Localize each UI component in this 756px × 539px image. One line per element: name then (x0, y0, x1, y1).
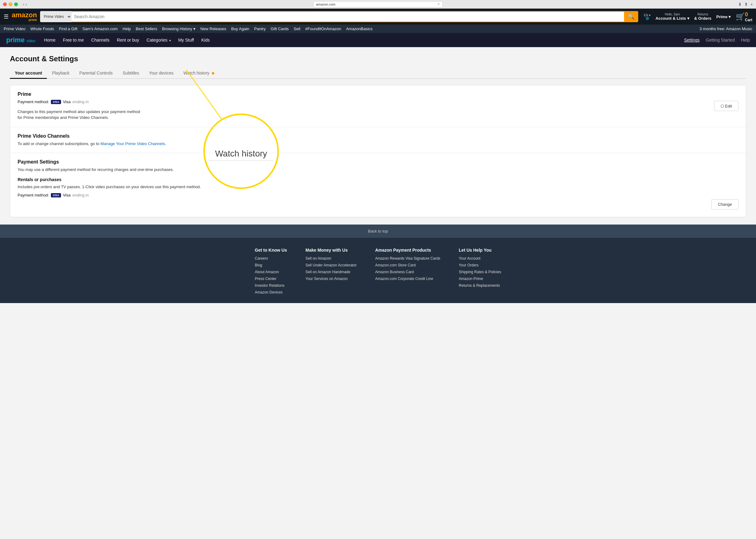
prime-payment-label: Payment method: (18, 100, 49, 104)
prime-payment-method: Payment method: VISA Visa ending in (18, 99, 738, 105)
main-content: Account & Settings Your account Playback… (0, 47, 756, 225)
pv-nav-mystuff[interactable]: My Stuff (178, 38, 194, 42)
pv-help-link[interactable]: Help (741, 38, 750, 42)
search-category-select[interactable]: Prime Video All (40, 11, 71, 22)
subnav-sell[interactable]: Sell (294, 26, 300, 32)
amazon-prime-link[interactable]: Amazon Prime (459, 276, 501, 281)
search-bar[interactable]: Prime Video All 🔍 (40, 11, 638, 22)
amazon-devices-link[interactable]: Amazon Devices (255, 290, 287, 294)
subnav-new-releases[interactable]: New Releases (200, 26, 226, 32)
pv-settings-link[interactable]: Settings (684, 38, 700, 42)
search-button[interactable]: 🔍 (624, 11, 638, 22)
account-greeting: Hello, Sam (655, 13, 690, 16)
tab-parental-controls[interactable]: Parental Controls (74, 68, 118, 78)
mac-maximize-button[interactable] (14, 2, 18, 6)
subnav-basics[interactable]: AmazonBasics (346, 26, 372, 32)
subnav-gift-cards[interactable]: Gift Cards (271, 26, 289, 32)
mac-nav-buttons[interactable]: ‹ › (23, 2, 27, 7)
amazon-subnav: Prime Video Whole Foods Find a Gift Sam'… (0, 25, 756, 33)
prime-label: Prime ▾ (716, 15, 731, 19)
blog-link[interactable]: Blog (255, 263, 287, 268)
language-selector[interactable]: EN ▾ 🌐 (644, 14, 651, 20)
rewards-visa-link[interactable]: Amazon Rewards Visa Signature Cards (375, 256, 440, 261)
reload-icon[interactable]: ↻ (437, 2, 440, 6)
pv-nav-channels[interactable]: Channels (91, 38, 110, 42)
prime-menu[interactable]: Prime ▾ (716, 15, 731, 19)
about-amazon-link[interactable]: About Amazon (255, 270, 287, 274)
store-card-link[interactable]: Amazon.com Store Card (375, 263, 440, 268)
tab-your-account[interactable]: Your account (10, 68, 47, 79)
search-input[interactable] (71, 11, 624, 22)
account-menu[interactable]: Hello, Sam Account & Lists ▾ (655, 13, 690, 21)
returns-label: Returns (694, 13, 711, 16)
address-bar[interactable]: amazon.com ↻ (313, 1, 443, 7)
tab-playback[interactable]: Playback (47, 68, 74, 78)
subnav-help[interactable]: Help (123, 26, 131, 32)
mac-minimize-button[interactable] (9, 2, 12, 6)
back-to-top[interactable]: Back to top (0, 225, 756, 238)
subnav-browsing-history[interactable]: Browsing History ▾ (162, 26, 195, 32)
tab-watch-history[interactable]: Watch history (178, 68, 219, 78)
footer-col-payment: Amazon Payment Products Amazon Rewards V… (375, 248, 440, 297)
corporate-credit-link[interactable]: Amazon.com Corporate Credit Line (375, 276, 440, 281)
subnav-find-gift[interactable]: Find a Gift (59, 26, 77, 32)
pv-nav-kids[interactable]: Kids (201, 38, 210, 42)
edit-button[interactable]: ⬡ Edit (714, 101, 738, 111)
subnav-whole-foods[interactable]: Whole Foods (31, 26, 54, 32)
download-icon[interactable]: ⬇ (738, 2, 742, 7)
cart[interactable]: 🛒 0 Cart (736, 11, 752, 22)
settings-tabs: Your account Playback Parental Controls … (10, 68, 746, 79)
sell-on-amazon-link[interactable]: Sell on Amazon (306, 256, 357, 261)
sell-under-accelerator-link[interactable]: Sell Under Amazon Accelerator (306, 263, 357, 268)
change-button[interactable]: Change (711, 199, 738, 209)
pv-getting-started-link[interactable]: Getting Started (706, 38, 735, 42)
col4-title: Let Us Help You (459, 248, 501, 253)
share-icon[interactable]: ⬆ (744, 2, 748, 7)
careers-link[interactable]: Careers (255, 256, 287, 261)
mac-titlebar: ‹ › amazon.com ↻ ⬇ ⬆ + (0, 0, 756, 9)
payment-desc: You may use a different payment method f… (18, 167, 738, 173)
business-card-link[interactable]: Amazon Business Card (375, 270, 440, 274)
edit-label: Edit (725, 104, 732, 109)
footer-col-make-money: Make Money with Us Sell on Amazon Sell U… (306, 248, 357, 297)
channels-text1: To add or change channel subscriptions, … (18, 141, 99, 146)
subnav-found-it[interactable]: #FoundItOnAmazon (305, 26, 341, 32)
returns-orders[interactable]: Returns & Orders (694, 13, 711, 21)
your-services-link[interactable]: Your Services on Amazon (306, 276, 357, 281)
back-button[interactable]: ‹ (23, 2, 24, 7)
prime-desc2: for Prime memberships and Prime Video Ch… (18, 115, 738, 121)
footer: Get to Know Us Careers Blog About Amazon… (0, 238, 756, 303)
your-orders-link[interactable]: Your Orders (459, 263, 501, 268)
your-account-link[interactable]: Your Account (459, 256, 501, 261)
hamburger-menu[interactable]: ☰ (4, 13, 9, 20)
subnav-prime-video[interactable]: Prime Video (4, 26, 26, 32)
subnav-pantry[interactable]: Pantry (254, 26, 266, 32)
subnav-buy-again[interactable]: Buy Again (231, 26, 249, 32)
pv-nav-rent[interactable]: Rent or buy (117, 38, 139, 42)
pv-nav-categories[interactable]: Categories ▾ (146, 38, 171, 42)
channels-section: Prime Video Channels To add or change ch… (10, 127, 746, 153)
returns-replacements-link[interactable]: Returns & Replacements (459, 283, 501, 288)
mac-close-button[interactable] (3, 2, 7, 6)
topnav-right: EN ▾ 🌐 Hello, Sam Account & Lists ▾ Retu… (644, 11, 752, 22)
rentals-payment-method: Payment method: VISA Visa ending in (18, 192, 738, 198)
tab-subtitles[interactable]: Subtitles (118, 68, 144, 78)
rentals-ending-text: ending in (72, 192, 89, 198)
mac-window-buttons[interactable] (3, 2, 18, 6)
shipping-rates-link[interactable]: Shipping Rates & Policies (459, 270, 501, 274)
sell-handmade-link[interactable]: Sell on Amazon Handmade (306, 270, 357, 274)
prime-desc1: Changes to this payment method also upda… (18, 109, 738, 115)
forward-button[interactable]: › (26, 2, 27, 7)
new-tab-icon[interactable]: + (750, 2, 753, 7)
pv-nav-home[interactable]: Home (44, 38, 55, 42)
pv-nav-free[interactable]: Free to me (63, 38, 84, 42)
investor-relations-link[interactable]: Investor Relations (255, 283, 287, 288)
manage-channels-link[interactable]: Manage Your Prime Video Channels (101, 141, 165, 146)
tab-your-devices[interactable]: Your devices (144, 68, 178, 78)
rentals-payment-label: Payment method: (18, 193, 49, 197)
subnav-sams[interactable]: Sam's Amazon.com (82, 26, 118, 32)
amazon-logo[interactable]: amazon prime (12, 12, 37, 22)
subnav-best-sellers[interactable]: Best Sellers (136, 26, 157, 32)
rentals-title: Rentals or purchases (18, 177, 738, 182)
press-center-link[interactable]: Press Center (255, 276, 287, 281)
